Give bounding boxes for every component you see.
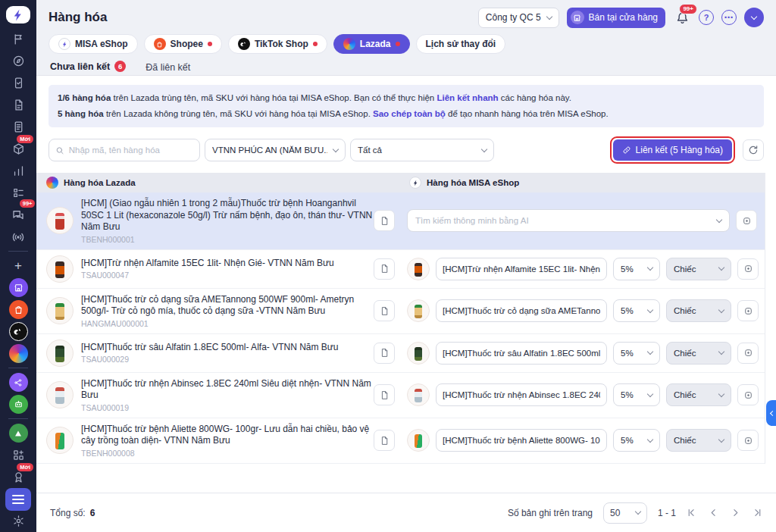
product-image [46, 381, 74, 408]
sidebar-item-dashboard[interactable] [0, 50, 36, 72]
sidebar-item-product-sync-active[interactable] [0, 488, 36, 510]
unit-select[interactable]: Chiếc [666, 429, 731, 452]
tab-change-history[interactable]: Lịch sử thay đổi [416, 34, 506, 54]
discount-select[interactable]: 5% [613, 342, 660, 365]
user-avatar[interactable] [744, 8, 764, 27]
main-content: 1/6 hàng hóa trên Lazada trùng tên, mã S… [36, 76, 776, 493]
misa-icon [58, 38, 70, 50]
misa-eshop-logo[interactable] [6, 6, 30, 23]
matched-product-input[interactable] [436, 258, 607, 280]
status-filter-select[interactable]: Tất cả [350, 139, 494, 161]
matched-product-input[interactable] [436, 383, 607, 406]
unit-select[interactable]: Chiếc [666, 342, 731, 365]
unit-select[interactable]: Chiếc [666, 258, 731, 280]
per-page-select[interactable]: 50 [603, 502, 647, 524]
tab-misa-eshop[interactable]: MISA eShop [48, 34, 138, 54]
sidebar-item-flag[interactable] [0, 28, 36, 50]
quick-link-action[interactable]: Liên kết nhanh [436, 93, 498, 102]
sell-in-store-button[interactable]: Bán tại cửa hàng [567, 8, 665, 28]
sidebar-item-warehouse[interactable]: Mới [0, 138, 36, 160]
unit-select[interactable]: Chiếc [666, 299, 731, 322]
view-detail-button[interactable] [374, 430, 395, 451]
sidebar-item-lazada[interactable] [0, 343, 36, 365]
tab-label: Lịch sử thay đổi [426, 39, 496, 49]
sidebar-item-chatbot[interactable] [0, 393, 36, 415]
match-target-button[interactable] [737, 430, 759, 451]
view-detail-button[interactable] [374, 258, 395, 280]
lazada-icon [343, 38, 355, 50]
platform-tabs: MISA eShop Shopee TikTok Shop Lazada Lịc… [48, 34, 764, 54]
sidebar-item-loyalty[interactable]: Mới [0, 466, 36, 488]
tab-shopee[interactable]: Shopee [144, 34, 222, 54]
count-badge: 6 [114, 61, 126, 72]
discount-select[interactable]: 5% [613, 383, 660, 406]
link-selected-button[interactable]: Liên kết (5 Hàng hóa) [613, 139, 732, 161]
sidebar-item-messages[interactable]: 99+ [0, 204, 36, 226]
matched-product-input[interactable] [436, 429, 607, 452]
tab-tiktok-shop[interactable]: TikTok Shop [228, 34, 327, 54]
banner-line-2: 5 hàng hóa trên Lazada không trùng tên, … [58, 106, 755, 122]
target-icon [742, 216, 752, 226]
view-detail-button[interactable] [374, 384, 395, 405]
tiktok-icon [238, 38, 250, 50]
store-filter-select[interactable]: VTNN PHÚC AN (NĂM BƯU... [205, 139, 346, 161]
chevron-down-icon [718, 390, 724, 396]
sidebar-divider [8, 251, 28, 252]
filter-bar: VTNN PHÚC AN (NĂM BƯU... Tất cả Liên kết… [48, 136, 764, 164]
sidebar-item-share[interactable] [0, 371, 36, 393]
refresh-button[interactable] [743, 139, 764, 161]
discount-select[interactable]: 5% [613, 429, 660, 452]
target-icon [743, 436, 753, 446]
help-button[interactable]: ? [699, 10, 714, 25]
matched-product-input[interactable] [436, 299, 607, 322]
table-row: [HCM]Trừ nhện Alfamite 15EC 1lit- Nhện G… [36, 250, 765, 289]
matched-product-input[interactable] [436, 342, 607, 365]
status-filter-value: Tất cả [358, 146, 382, 155]
product-sku: TSAU000047 [81, 271, 334, 280]
collapse-panel-handle[interactable] [766, 400, 776, 426]
link-icon [622, 146, 631, 155]
file-icon [380, 436, 390, 446]
match-target-button[interactable] [737, 258, 759, 280]
sidebar-item-documents[interactable] [0, 94, 36, 116]
view-detail-button[interactable] [374, 300, 395, 321]
sidebar-item-broadcast[interactable] [0, 226, 36, 248]
tiktok-icon [9, 322, 28, 341]
match-target-button[interactable] [737, 343, 759, 364]
search-input[interactable] [69, 146, 193, 155]
sidebar-item-shopee[interactable] [0, 299, 36, 321]
sidebar-item-add-channel[interactable]: + [0, 255, 36, 277]
unit-select[interactable]: Chiếc [666, 383, 731, 406]
view-detail-button[interactable] [374, 343, 395, 364]
flag-icon [12, 33, 25, 45]
copy-all-action[interactable]: Sao chép toàn bộ [373, 109, 446, 118]
discount-select[interactable]: 5% [613, 258, 660, 280]
view-detail-button[interactable] [374, 210, 395, 231]
file-icon [380, 348, 390, 358]
sidebar-item-pos[interactable] [0, 277, 36, 299]
last-page-button[interactable] [753, 508, 762, 518]
sidebar-item-orders[interactable] [0, 72, 36, 94]
first-page-button[interactable] [687, 508, 696, 518]
match-target-button[interactable] [736, 210, 757, 231]
more-button[interactable]: ⋯ [721, 10, 737, 25]
grid-plus-icon [12, 449, 25, 462]
match-target-button[interactable] [737, 384, 759, 405]
product-image [46, 207, 74, 234]
sidebar-item-tiktok[interactable] [0, 321, 36, 343]
match-target-button[interactable] [737, 300, 759, 321]
sidebar-item-settings[interactable] [0, 510, 36, 532]
prev-page-button[interactable] [709, 508, 718, 518]
next-page-button[interactable] [731, 508, 740, 518]
ai-search-select[interactable]: Tìm kiếm thông minh bằng AI [407, 209, 730, 232]
first-page-icon [687, 508, 696, 518]
discount-select[interactable]: 5% [613, 299, 660, 322]
sidebar-item-reports[interactable] [0, 160, 36, 182]
tab-lazada[interactable]: Lazada [333, 34, 410, 54]
sidebar-item-grab[interactable] [0, 422, 36, 444]
notifications-button[interactable]: 99+ [673, 8, 691, 27]
company-select[interactable]: Công ty QC 5 [478, 8, 559, 28]
store-filter-value: VTNN PHÚC AN (NĂM BƯU... [212, 146, 327, 155]
search-icon [55, 146, 64, 155]
product-title: [HCM]Thuốc trừ nhện Abinsec 1.8EC 240ml … [81, 378, 374, 402]
